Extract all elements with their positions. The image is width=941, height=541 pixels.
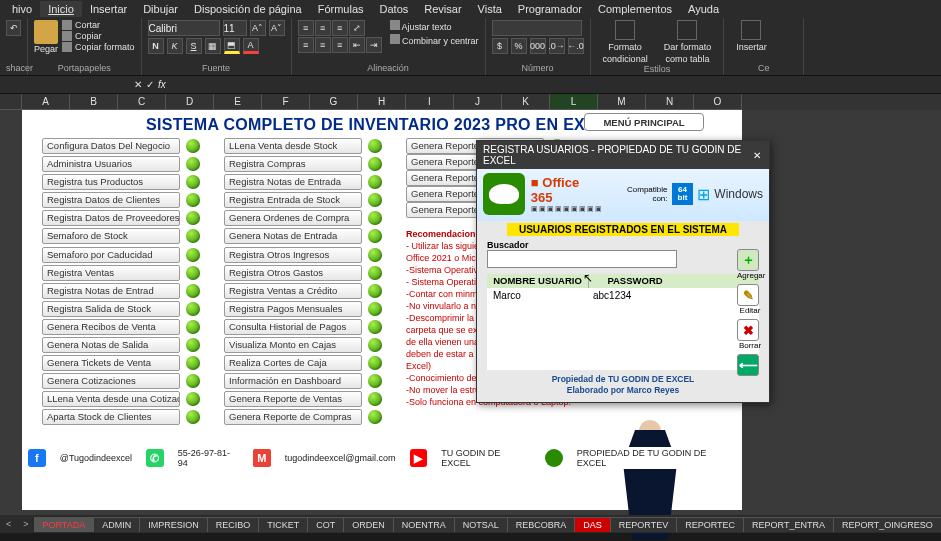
menu-button[interactable]: Aparta Stock de Clientes bbox=[42, 409, 200, 425]
whatsapp-icon[interactable]: ✆ bbox=[146, 449, 164, 467]
menu-button[interactable]: Registra Salida de Stock bbox=[42, 301, 200, 317]
menu-vista[interactable]: Vista bbox=[470, 1, 510, 17]
menu-button[interactable]: Consulta Historial de Pagos bbox=[224, 319, 382, 335]
align-bottom-button[interactable]: ≡ bbox=[332, 20, 348, 36]
insert-cells-button[interactable]: Insertar bbox=[730, 20, 773, 52]
col-header[interactable]: N bbox=[646, 94, 694, 110]
align-left-button[interactable]: ≡ bbox=[298, 37, 314, 53]
dialog-close-button[interactable]: ✕ bbox=[750, 148, 763, 162]
increase-font-button[interactable]: A˄ bbox=[250, 20, 266, 36]
indent-decrease-button[interactable]: ⇤ bbox=[349, 37, 365, 53]
align-top-button[interactable]: ≡ bbox=[298, 20, 314, 36]
menu-button[interactable]: Registra Pagos Mensuales bbox=[224, 301, 382, 317]
col-header[interactable]: F bbox=[262, 94, 310, 110]
sheet-tab[interactable]: REBCOBRA bbox=[507, 517, 576, 532]
menu-ayuda[interactable]: Ayuda bbox=[680, 1, 727, 17]
menu-button[interactable]: Genera Reporte de Ventas bbox=[224, 391, 382, 407]
menu-button[interactable]: Registra Ventas a Crédito bbox=[224, 283, 382, 299]
menu-button[interactable]: Registra Compras bbox=[224, 156, 382, 172]
go-button[interactable]: ⟵ bbox=[737, 354, 763, 376]
col-header[interactable]: L bbox=[550, 94, 598, 110]
cut-button[interactable]: Cortar bbox=[62, 20, 135, 30]
col-header[interactable]: J bbox=[454, 94, 502, 110]
menu-button[interactable]: Administra Usuarios bbox=[42, 156, 200, 172]
decrease-decimal-button[interactable]: ←.0 bbox=[568, 38, 584, 54]
col-header[interactable]: I bbox=[406, 94, 454, 110]
sheet-tab[interactable]: NOENTRA bbox=[393, 517, 455, 532]
col-header[interactable]: E bbox=[214, 94, 262, 110]
orientation-button[interactable]: ⤢ bbox=[349, 20, 365, 36]
sheet-tab[interactable]: DAS bbox=[574, 517, 611, 532]
accept-formula-icon[interactable]: ✓ bbox=[146, 79, 154, 90]
menu-button[interactable]: Genera Recibos de Venta bbox=[42, 319, 200, 335]
bold-button[interactable]: N bbox=[148, 38, 164, 54]
sheet-tab[interactable]: PORTADA bbox=[34, 517, 95, 532]
menu-button[interactable]: Información en Dashboard bbox=[224, 373, 382, 389]
copy-button[interactable]: Copiar bbox=[62, 31, 135, 41]
menu-button[interactable]: Registra Notas de Entrada bbox=[224, 174, 382, 190]
menu-button[interactable]: Genera Reporte de Compras bbox=[224, 409, 382, 425]
menu-button[interactable]: Genera Ordenes de Compra bbox=[224, 210, 382, 226]
youtube-icon[interactable]: ▶ bbox=[410, 449, 428, 467]
menu-revisar[interactable]: Revisar bbox=[416, 1, 469, 17]
menu-formulas[interactable]: Fórmulas bbox=[310, 1, 372, 17]
edit-button[interactable]: ✎Editar bbox=[737, 284, 763, 315]
col-header[interactable]: O bbox=[694, 94, 742, 110]
menu-principal-button[interactable]: MENÚ PRINCIPAL bbox=[584, 113, 704, 131]
search-input[interactable] bbox=[487, 250, 677, 268]
col-header[interactable]: A bbox=[22, 94, 70, 110]
percent-button[interactable]: % bbox=[511, 38, 527, 54]
col-header[interactable]: H bbox=[358, 94, 406, 110]
fill-color-button[interactable]: ⬒ bbox=[224, 38, 240, 54]
table-row[interactable]: Marco abc1234 bbox=[487, 288, 759, 370]
menu-button[interactable]: Semaforo de Stock bbox=[42, 228, 200, 244]
col-header[interactable]: D bbox=[166, 94, 214, 110]
sheet-tab[interactable]: IMPRESION bbox=[139, 517, 208, 532]
sheet-tab[interactable]: REPORT_ENTRA bbox=[743, 517, 834, 532]
indent-increase-button[interactable]: ⇥ bbox=[366, 37, 382, 53]
sheet-tab[interactable]: REPORT_OINGRESO bbox=[833, 517, 941, 532]
menu-button[interactable]: Registra Datos de Proveedores bbox=[42, 210, 200, 226]
format-as-table-button[interactable]: Dar formato como tabla bbox=[658, 20, 718, 64]
menu-button[interactable]: LLena Venta desde Stock bbox=[224, 138, 382, 154]
increase-decimal-button[interactable]: .0→ bbox=[549, 38, 565, 54]
menu-button[interactable]: Registra Datos de Clientes bbox=[42, 192, 200, 208]
paste-button[interactable]: Pegar bbox=[34, 20, 58, 54]
merge-center-button[interactable]: Combinar y centrar bbox=[390, 34, 479, 46]
sheet-tab[interactable]: COT bbox=[307, 517, 344, 532]
col-header[interactable]: C bbox=[118, 94, 166, 110]
col-header[interactable]: G bbox=[310, 94, 358, 110]
col-header[interactable]: M bbox=[598, 94, 646, 110]
fx-button[interactable]: fx bbox=[158, 79, 166, 90]
menu-archivo[interactable]: hivo bbox=[4, 1, 40, 17]
col-header[interactable]: B bbox=[70, 94, 118, 110]
menu-button[interactable]: Genera Tickets de Venta bbox=[42, 355, 200, 371]
facebook-icon[interactable]: f bbox=[28, 449, 46, 467]
format-painter-button[interactable]: Copiar formato bbox=[62, 42, 135, 52]
menu-button[interactable]: Genera Notas de Entrada bbox=[224, 228, 382, 244]
font-size-select[interactable] bbox=[223, 20, 247, 36]
menu-button[interactable]: Genera Cotizaciones bbox=[42, 373, 200, 389]
align-right-button[interactable]: ≡ bbox=[332, 37, 348, 53]
tab-nav-prev[interactable]: < bbox=[0, 519, 17, 529]
tab-nav-next[interactable]: > bbox=[17, 519, 34, 529]
menu-button[interactable]: Registra tus Productos bbox=[42, 174, 200, 190]
add-button[interactable]: ＋Agregar bbox=[737, 249, 763, 280]
sheet-tab[interactable]: TICKET bbox=[258, 517, 308, 532]
menu-inicio[interactable]: Inicio bbox=[40, 1, 82, 17]
menu-button[interactable]: Genera Notas de Salida bbox=[42, 337, 200, 353]
font-color-button[interactable]: A bbox=[243, 38, 259, 54]
undo-button[interactable]: ↶ bbox=[6, 20, 21, 36]
currency-button[interactable]: $ bbox=[492, 38, 508, 54]
sheet-tab[interactable]: REPORTEC bbox=[676, 517, 744, 532]
menu-button[interactable]: LLena Venta desde una Cotización bbox=[42, 391, 200, 407]
menu-disposicion[interactable]: Disposición de página bbox=[186, 1, 310, 17]
menu-button[interactable]: Registra Otros Ingresos bbox=[224, 247, 382, 263]
menu-datos[interactable]: Datos bbox=[372, 1, 417, 17]
sheet-tab[interactable]: REPORTEV bbox=[610, 517, 677, 532]
delete-button[interactable]: ✖Borrar bbox=[737, 319, 763, 350]
font-name-select[interactable] bbox=[148, 20, 220, 36]
menu-complementos[interactable]: Complementos bbox=[590, 1, 680, 17]
menu-button[interactable]: Registra Ventas bbox=[42, 265, 200, 281]
italic-button[interactable]: K bbox=[167, 38, 183, 54]
